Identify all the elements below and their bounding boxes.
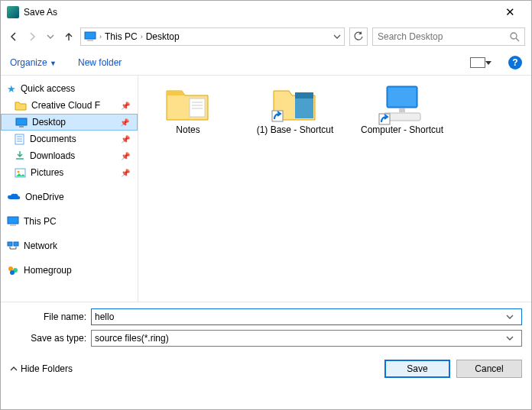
window-title: Save As (24, 7, 495, 18)
filename-combo[interactable] (91, 308, 522, 325)
forward-button[interactable] (25, 30, 39, 44)
breadcrumb-thispc[interactable]: This PC (105, 31, 138, 42)
filename-input[interactable] (95, 312, 506, 322)
toolbar: Organize ▼ New folder ? (1, 50, 531, 76)
svg-rect-1 (87, 40, 93, 41)
file-item-computer-shortcut[interactable]: Computer - Shortcut (360, 83, 444, 137)
file-label: Computer - Shortcut (360, 124, 444, 137)
sidebar-network[interactable]: Network (1, 237, 138, 254)
svg-rect-15 (8, 242, 12, 246)
sidebar-label: Quick access (21, 83, 75, 94)
folder-icon (15, 101, 27, 111)
svg-rect-16 (14, 242, 18, 246)
file-label: (1) Base - Shortcut (253, 124, 337, 137)
savetype-label: Save as type: (10, 333, 86, 344)
organize-menu[interactable]: Organize ▼ (10, 57, 57, 68)
svg-rect-31 (388, 88, 416, 106)
svg-rect-28 (295, 92, 313, 98)
fields-area: File name: Save as type: source files(*.… (1, 302, 531, 347)
downloads-icon (15, 150, 25, 161)
svg-point-22 (10, 270, 15, 275)
hide-folders-label: Hide Folders (21, 363, 73, 374)
sidebar: ★Quick access Creative Cloud F📌 Desktop📌… (1, 76, 138, 302)
sidebar-item-pictures[interactable]: Pictures📌 (1, 164, 138, 181)
sidebar-item-desktop[interactable]: Desktop📌 (1, 114, 138, 131)
address-dropdown[interactable] (333, 33, 341, 40)
pin-icon: 📌 (120, 118, 129, 127)
sidebar-label: Homegroup (24, 265, 72, 276)
computer-shortcut-icon (378, 83, 427, 123)
folder-shortcut-icon (271, 83, 320, 123)
file-item-notes[interactable]: Notes (146, 83, 230, 137)
close-button[interactable]: ✕ (495, 5, 525, 19)
nav-bar: › This PC › Desktop (1, 24, 531, 50)
sidebar-label: Downloads (30, 150, 75, 161)
homegroup-icon (7, 265, 19, 276)
star-icon: ★ (7, 83, 16, 95)
chevron-right-icon: › (99, 33, 102, 40)
svg-rect-13 (8, 217, 18, 224)
pin-icon: 📌 (121, 135, 130, 144)
refresh-button[interactable] (349, 27, 368, 46)
sidebar-quick-access[interactable]: ★Quick access (1, 80, 138, 97)
footer: Hide Folders Save Cancel (1, 351, 531, 386)
documents-icon (15, 134, 25, 145)
svg-rect-4 (16, 118, 27, 125)
sidebar-homegroup[interactable]: Homegroup (1, 262, 138, 279)
pin-icon: 📌 (121, 102, 130, 110)
chevron-up-icon (10, 365, 18, 373)
search-input[interactable] (378, 31, 510, 42)
svg-rect-14 (10, 224, 16, 226)
help-button[interactable]: ? (508, 56, 522, 69)
svg-point-2 (511, 33, 517, 39)
sidebar-label: This PC (24, 216, 57, 227)
onedrive-icon (7, 192, 21, 202)
sidebar-item-documents[interactable]: Documents📌 (1, 131, 138, 147)
main-area: ★Quick access Creative Cloud F📌 Desktop📌… (1, 76, 531, 302)
file-label: Notes (146, 124, 230, 137)
up-button[interactable] (62, 30, 76, 44)
sidebar-thispc[interactable]: This PC (1, 213, 138, 230)
sidebar-label: Creative Cloud F (31, 100, 100, 111)
recent-dropdown[interactable] (44, 30, 57, 44)
sidebar-label: OneDrive (25, 192, 64, 202)
pictures-icon (15, 168, 26, 178)
search-box[interactable] (372, 27, 525, 46)
sidebar-label: Documents (30, 134, 76, 144)
filename-label: File name: (10, 312, 86, 322)
chevron-right-icon: › (141, 33, 143, 40)
save-button[interactable]: Save (384, 360, 450, 378)
new-folder-button[interactable]: New folder (78, 57, 122, 68)
hide-folders-button[interactable]: Hide Folders (10, 363, 73, 374)
view-options-button[interactable] (470, 57, 485, 68)
folder-icon (164, 83, 212, 123)
app-icon (7, 6, 19, 18)
dropdown-icon[interactable] (506, 334, 518, 342)
savetype-value: source files(*.ring) (95, 333, 506, 344)
sidebar-label: Pictures (31, 167, 63, 178)
svg-point-12 (18, 170, 20, 173)
pc-icon (84, 31, 96, 42)
pin-icon: 📌 (121, 169, 130, 177)
cancel-button[interactable]: Cancel (456, 360, 522, 378)
network-icon (7, 241, 19, 251)
title-bar: Save As ✕ (1, 1, 531, 24)
savetype-combo[interactable]: source files(*.ring) (91, 330, 522, 347)
pin-icon: 📌 (121, 152, 130, 160)
file-item-base-shortcut[interactable]: (1) Base - Shortcut (253, 83, 337, 137)
sidebar-onedrive[interactable]: OneDrive (1, 189, 138, 205)
sidebar-item-downloads[interactable]: Downloads📌 (1, 147, 138, 164)
back-button[interactable] (7, 30, 21, 44)
dropdown-icon[interactable] (506, 313, 518, 321)
file-pane[interactable]: Notes (1) Base - Shortcut Computer - Sho… (138, 76, 531, 302)
organize-label: Organize (10, 57, 47, 68)
breadcrumb-desktop[interactable]: Desktop (146, 31, 180, 42)
address-bar[interactable]: › This PC › Desktop (80, 27, 345, 46)
search-icon (510, 32, 520, 42)
svg-line-3 (516, 38, 519, 41)
desktop-icon (15, 118, 28, 128)
sidebar-item-creative[interactable]: Creative Cloud F📌 (1, 97, 138, 114)
sidebar-label: Network (24, 241, 57, 251)
svg-rect-32 (399, 108, 405, 112)
pc-icon (7, 216, 19, 227)
